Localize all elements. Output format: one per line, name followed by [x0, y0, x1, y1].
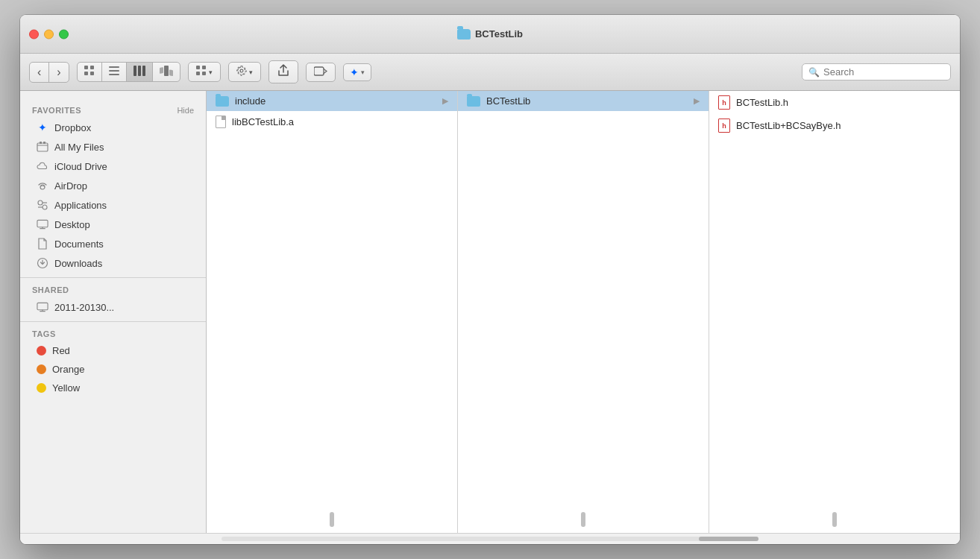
orange-tag-dot [37, 364, 46, 374]
back-button[interactable]: ‹ [30, 63, 49, 82]
dropbox-toolbar-button[interactable]: ✦ ▾ [343, 63, 371, 81]
svg-rect-11 [164, 66, 169, 76]
svg-rect-2 [84, 72, 88, 75]
list-item[interactable]: BCTestLib ▶ [458, 91, 709, 111]
file-pane-3: h BCTestLib.h h BCTestLib+BCSayBye.h [709, 91, 960, 533]
scrollbar-area [20, 533, 960, 544]
sidebar-item-applications[interactable]: Applications [20, 195, 206, 215]
red-tag-dot [37, 346, 46, 356]
svg-rect-4 [109, 66, 119, 68]
view-dropdown-button[interactable]: ▾ [189, 63, 220, 81]
svg-rect-8 [138, 66, 141, 76]
list-item[interactable]: libBCTestLib.a [207, 111, 457, 133]
sidebar-item-tag-yellow[interactable]: Yellow [20, 379, 206, 397]
sidebar-item-dropbox[interactable]: ✦ Dropbox [20, 118, 206, 137]
svg-rect-1 [90, 66, 94, 69]
list-item[interactable]: h BCTestLib.h [709, 91, 960, 114]
sidebar-item-tag-red[interactable]: Red [20, 341, 206, 360]
action-arrow-icon: ▾ [249, 69, 253, 76]
folder-arrow-icon: ▶ [694, 96, 700, 106]
view-list-button[interactable] [102, 63, 127, 81]
sidebar-item-shared-machine[interactable]: 2011-20130... [20, 297, 206, 317]
view-icon-icon [84, 66, 95, 78]
svg-point-22 [38, 200, 43, 205]
sidebar-item-documents[interactable]: Documents [20, 234, 206, 253]
window-title: BCTestLib [457, 28, 523, 40]
sidebar-divider-shared [20, 277, 206, 278]
share-button[interactable] [268, 60, 298, 83]
finder-window: BCTestLib ‹ › [20, 15, 960, 544]
sidebar-item-airdrop[interactable]: AirDrop [20, 176, 206, 195]
list-item[interactable]: include ▶ [207, 91, 457, 111]
view-list-icon [109, 66, 119, 78]
svg-rect-19 [40, 142, 42, 144]
toolbar: ‹ › [20, 54, 960, 91]
file-item-label: libBCTestLib.a [232, 116, 294, 127]
forward-button[interactable]: › [49, 63, 68, 82]
tags-title: Tags [32, 329, 56, 338]
pane-resize-handle-1[interactable] [330, 512, 334, 527]
svg-rect-13 [196, 66, 200, 69]
traffic-lights [29, 29, 69, 39]
tag-button[interactable] [306, 63, 336, 82]
h-file-icon: h [718, 95, 730, 110]
sidebar-item-label: Red [52, 345, 70, 356]
downloads-icon [37, 257, 48, 269]
pane-resize-handle-3[interactable] [832, 512, 837, 527]
sidebar-item-downloads[interactable]: Downloads [20, 253, 206, 273]
svg-rect-14 [202, 66, 206, 69]
file-item-label: BCTestLib [486, 95, 530, 107]
tag-icon [314, 66, 327, 78]
sidebar-item-label: Yellow [52, 382, 80, 394]
action-button[interactable]: ▾ [228, 62, 261, 82]
folder-icon [216, 96, 229, 107]
folder-arrow-icon: ▶ [442, 96, 448, 106]
close-button[interactable] [29, 29, 39, 39]
list-item[interactable]: h BCTestLib+BCSayBye.h [709, 114, 960, 137]
view-column-icon [134, 66, 145, 78]
file-item-label: BCTestLib+BCSayBye.h [736, 120, 841, 131]
scrollbar-track [222, 537, 758, 541]
view-dropdown: ▾ [188, 62, 221, 82]
tags-header: Tags [20, 326, 206, 341]
forward-icon: › [57, 66, 60, 79]
dropbox-toolbar-icon: ✦ [350, 66, 359, 78]
search-input[interactable] [823, 66, 944, 78]
sidebar-item-all-my-files[interactable]: All My Files [20, 137, 206, 157]
title-folder-icon [457, 29, 471, 40]
scrollbar-thumb[interactable] [699, 537, 758, 541]
favorites-title: Favorites [32, 106, 81, 115]
svg-rect-9 [142, 66, 145, 76]
folder-icon [467, 96, 480, 107]
sidebar-item-label: 2011-20130... [54, 302, 114, 313]
sidebar-item-icloud[interactable]: iCloud Drive [20, 157, 206, 176]
dropbox-arrow-icon: ▾ [361, 69, 365, 76]
search-icon: 🔍 [808, 67, 820, 78]
svg-rect-0 [84, 66, 88, 69]
sidebar: Favorites Hide ✦ Dropbox All My F [20, 91, 207, 533]
view-dropdown-icon [196, 66, 207, 78]
hide-button[interactable]: Hide [177, 106, 194, 115]
svg-rect-15 [196, 72, 200, 75]
svg-rect-18 [37, 143, 48, 151]
view-column-button[interactable] [127, 63, 153, 81]
minimize-button[interactable] [44, 29, 54, 39]
pane-resize-handle-2[interactable] [581, 512, 585, 527]
maximize-button[interactable] [59, 29, 69, 39]
view-icon-button[interactable] [78, 63, 102, 81]
h-file-icon: h [718, 119, 730, 133]
sidebar-item-tag-orange[interactable]: Orange [20, 360, 206, 379]
sidebar-item-desktop[interactable]: Desktop [20, 215, 206, 234]
file-item-label: BCTestLib.h [736, 97, 788, 108]
sidebar-item-label: Orange [52, 364, 84, 375]
all-files-icon [37, 141, 48, 153]
sidebar-divider-tags [20, 321, 206, 322]
svg-rect-7 [134, 66, 136, 76]
documents-icon [37, 238, 48, 250]
search-box[interactable]: 🔍 [802, 63, 951, 80]
desktop-icon [37, 218, 48, 230]
main-content: Favorites Hide ✦ Dropbox All My F [20, 91, 960, 533]
view-coverflow-button[interactable] [153, 63, 180, 81]
file-pane-1: include ▶ libBCTestLib.a [207, 91, 458, 533]
svg-rect-5 [109, 70, 119, 72]
